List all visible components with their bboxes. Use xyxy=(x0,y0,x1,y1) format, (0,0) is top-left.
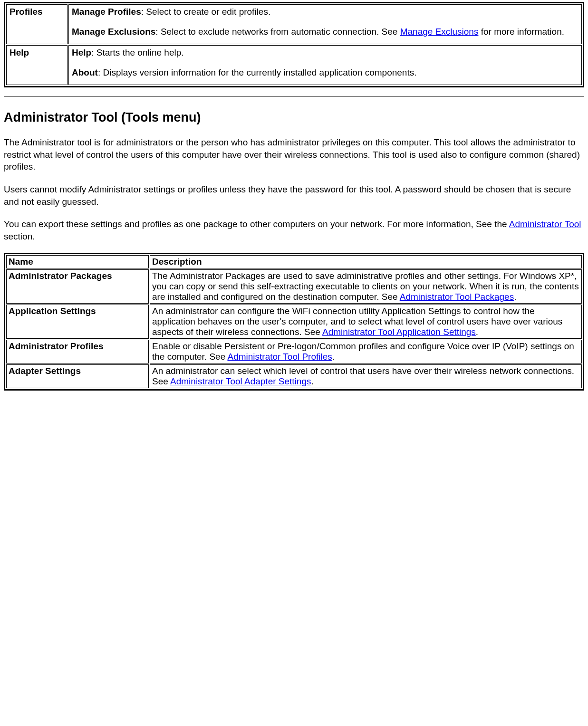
text-about: : Displays version information for the c… xyxy=(98,67,417,77)
paragraph-1: The Administrator tool is for administra… xyxy=(4,136,584,173)
desc-post: . xyxy=(332,352,335,362)
table-row: Application Settings An administrator ca… xyxy=(6,305,582,339)
paragraph-3-post: section. xyxy=(4,231,35,241)
paragraph-2: Users cannot modify Administrator settin… xyxy=(4,183,584,208)
desc-post: . xyxy=(476,327,478,337)
desc-pre: Enable or disable Persistent or Pre-logo… xyxy=(152,341,574,362)
link-manage-exclusions[interactable]: Manage Exclusions xyxy=(400,27,479,37)
cell-desc-packages: The Administrator Packages are used to s… xyxy=(150,269,582,304)
text-manage-exclusions-pre: : Select to exclude networks from automa… xyxy=(155,27,400,37)
label-manage-exclusions: Manage Exclusions xyxy=(72,27,155,37)
link-admin-appsettings[interactable]: Administrator Tool Application Settings xyxy=(322,327,476,337)
link-admin-profiles[interactable]: Administrator Tool Profiles xyxy=(227,352,332,362)
table-row: Adapter Settings An administrator can se… xyxy=(6,364,582,388)
cell-name-profiles: Administrator Profiles xyxy=(6,340,149,363)
link-admin-adapter[interactable]: Administrator Tool Adapter Settings xyxy=(170,376,311,386)
label-help: Help xyxy=(72,48,91,57)
menu-table: Profiles Manage Profiles: Select to crea… xyxy=(4,2,584,87)
cell-name-appsettings: Application Settings xyxy=(6,305,149,339)
cell-name-packages: Administrator Packages xyxy=(6,269,149,304)
admin-table: Name Description Administrator Packages … xyxy=(4,253,584,391)
horizontal-rule xyxy=(4,96,584,97)
text-help: : Starts the online help. xyxy=(91,48,183,57)
table-header-row: Name Description xyxy=(6,255,582,268)
cell-desc-profiles: Enable or disable Persistent or Pre-logo… xyxy=(150,340,582,363)
paragraph-3-pre: You can export these settings and profil… xyxy=(4,219,509,229)
row-label-help: Help xyxy=(6,45,67,85)
header-name: Name xyxy=(6,255,149,268)
link-admin-packages[interactable]: Administrator Tool Packages xyxy=(400,292,514,302)
cell-desc-appsettings: An administrator can configure the WiFi … xyxy=(150,305,582,339)
text-manage-profiles: : Select to create or edit profiles. xyxy=(141,7,270,17)
row-desc-profiles: Manage Profiles: Select to create or edi… xyxy=(68,4,582,44)
desc-post: . xyxy=(514,292,516,302)
table-row: Administrator Packages The Administrator… xyxy=(6,269,582,304)
header-description: Description xyxy=(150,255,582,268)
link-administrator-tool[interactable]: Administrator Tool xyxy=(509,219,581,229)
section-heading: Administrator Tool (Tools menu) xyxy=(4,110,584,125)
label-about: About xyxy=(72,67,98,77)
cell-name-adapter: Adapter Settings xyxy=(6,364,149,388)
cell-desc-adapter: An administrator can select which level … xyxy=(150,364,582,388)
desc-post: . xyxy=(311,376,313,386)
text-manage-exclusions-post: for more information. xyxy=(478,27,564,37)
label-manage-profiles: Manage Profiles xyxy=(72,7,141,17)
row-label-profiles: Profiles xyxy=(6,4,67,44)
table-row: Administrator Profiles Enable or disable… xyxy=(6,340,582,363)
paragraph-3: You can export these settings and profil… xyxy=(4,218,584,242)
row-desc-help: Help: Starts the online help. About: Dis… xyxy=(68,45,582,85)
